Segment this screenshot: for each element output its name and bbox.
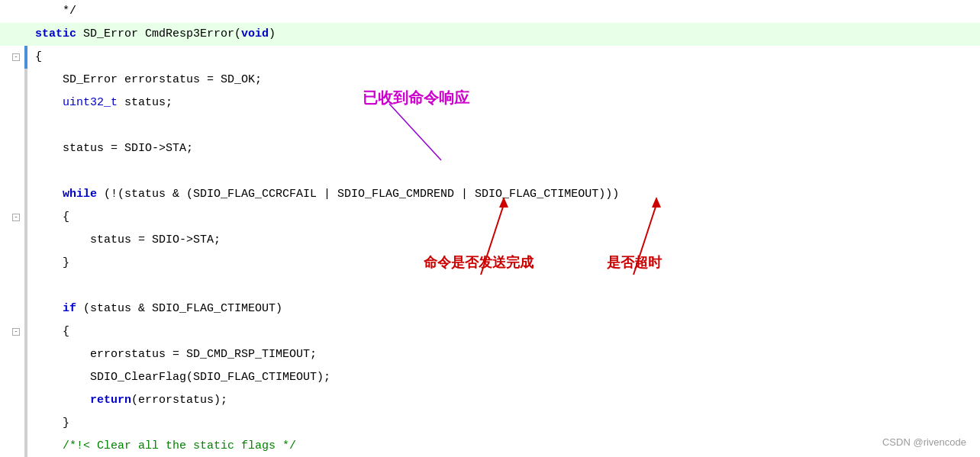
- code-line-13: if (status & SDIO_FLAG_CTIMEOUT): [0, 298, 980, 320]
- code-line-17: return(errorstatus);: [0, 389, 980, 412]
- collapse-btn-14[interactable]: -: [12, 328, 20, 336]
- code-line-19: /*!< Clear all the static flags */: [0, 435, 980, 457]
- code-line-9: - {: [0, 206, 980, 229]
- code-line-10: status = SDIO->STA;: [0, 229, 980, 252]
- code-text-10: status = SDIO->STA;: [29, 229, 221, 252]
- code-line-2: - {: [0, 46, 980, 69]
- code-text-14: {: [29, 320, 69, 343]
- code-text-4: uint32_t status;: [29, 92, 172, 114]
- code-text-16: SDIO_ClearFlag(SDIO_FLAG_CTIMEOUT);: [29, 366, 330, 389]
- code-line-18: }: [0, 412, 980, 435]
- code-line-16: SDIO_ClearFlag(SDIO_FLAG_CTIMEOUT);: [0, 366, 980, 389]
- code-text-7: [29, 160, 42, 183]
- code-text-12: [29, 275, 42, 298]
- code-text-8: while (!(status & (SDIO_FLAG_CCRCFAIL | …: [29, 183, 619, 206]
- code-line-0: */: [0, 0, 980, 23]
- code-line-6: status = SDIO->STA;: [0, 137, 980, 160]
- code-viewer: */ static SD_Error CmdResp3Error(void) -…: [0, 0, 980, 457]
- code-line-15: errorstatus = SD_CMD_RSP_TIMEOUT;: [0, 343, 980, 366]
- gutter-14: -: [0, 328, 24, 336]
- code-text-19: /*!< Clear all the static flags */: [29, 435, 296, 457]
- code-line-7: [0, 160, 980, 183]
- code-line-4: uint32_t status;: [0, 92, 980, 114]
- code-text-17: return(errorstatus);: [29, 389, 227, 412]
- collapse-btn-9[interactable]: -: [12, 214, 20, 221]
- code-text-0: */: [29, 0, 76, 23]
- code-text-3: SD_Error errorstatus = SD_OK;: [29, 69, 262, 92]
- code-line-3: SD_Error errorstatus = SD_OK;: [0, 69, 980, 92]
- code-line-5: [0, 114, 980, 137]
- code-text-5: [29, 114, 42, 137]
- code-text-15: errorstatus = SD_CMD_RSP_TIMEOUT;: [29, 343, 317, 366]
- gutter-2: -: [0, 53, 24, 61]
- code-line-8: while (!(status & (SDIO_FLAG_CCRCFAIL | …: [0, 183, 980, 206]
- code-text-1: static SD_Error CmdResp3Error(void): [29, 23, 276, 46]
- code-text-11: }: [29, 252, 69, 275]
- watermark: CSDN @rivencode: [882, 436, 966, 448]
- code-line-14: - {: [0, 320, 980, 343]
- code-line-12: [0, 275, 980, 298]
- code-text-6: status = SDIO->STA;: [29, 137, 193, 160]
- code-text-13: if (status & SDIO_FLAG_CTIMEOUT): [29, 298, 282, 320]
- code-text-9: {: [29, 206, 69, 229]
- gutter-9: -: [0, 214, 24, 221]
- code-text-2: {: [29, 46, 42, 69]
- code-text-18: }: [29, 412, 69, 435]
- collapse-btn-2[interactable]: -: [12, 53, 20, 61]
- code-line-11: }: [0, 252, 980, 275]
- code-line-1: static SD_Error CmdResp3Error(void): [0, 23, 980, 46]
